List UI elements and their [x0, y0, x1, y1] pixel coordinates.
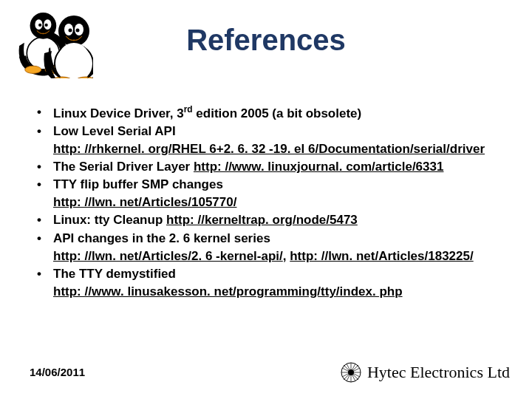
- list-item: http: //www. linusakesson. net/programmi…: [37, 283, 502, 301]
- list-item: •TTY flip buffer SMP changes: [37, 176, 502, 194]
- svg-point-7: [25, 66, 41, 73]
- list-item: http: //lwn. net/Articles/2. 6 -kernel-a…: [37, 248, 502, 265]
- link[interactable]: http: //kerneltrap. org/node/5473: [166, 213, 358, 227]
- link[interactable]: http: //lwn. net/Articles/183225/: [290, 249, 473, 263]
- references-list: • Linux Device Driver, 3rd edition 2005 …: [37, 103, 502, 301]
- list-item: •Low Level Serial API: [37, 123, 502, 140]
- footer-company: Hytec Electronics Ltd: [341, 362, 510, 383]
- link[interactable]: http: //lwn. net/Articles/2. 6 -kernel-a…: [53, 249, 283, 263]
- link[interactable]: http: //rhkernel. org/RHEL 6+2. 6. 32 -1…: [53, 142, 485, 156]
- list-item: •API changes in the 2. 6 kernel series: [37, 230, 502, 248]
- list-item: http: //rhkernel. org/RHEL 6+2. 6. 32 -1…: [37, 140, 502, 158]
- link[interactable]: http: //www. linusakesson. net/programmi…: [53, 284, 403, 299]
- link[interactable]: http: //lwn. net/Articles/105770/: [53, 195, 236, 209]
- company-logo-icon: [341, 362, 361, 383]
- svg-point-27: [348, 369, 354, 375]
- list-item: • Linux: tty Cleanup http: //kerneltrap.…: [37, 211, 502, 229]
- list-item: •The TTY demystified: [37, 265, 502, 283]
- link[interactable]: http: //www. linuxjournal. com/article/6…: [194, 160, 444, 174]
- list-item: • The Serial Driver Layer http: //www. l…: [37, 158, 502, 176]
- footer-date: 14/06/2011: [30, 366, 85, 378]
- slide-title: References: [0, 24, 532, 57]
- list-item: • Linux Device Driver, 3rd edition 2005 …: [37, 103, 502, 123]
- list-item: http: //lwn. net/Articles/105770/: [37, 194, 502, 211]
